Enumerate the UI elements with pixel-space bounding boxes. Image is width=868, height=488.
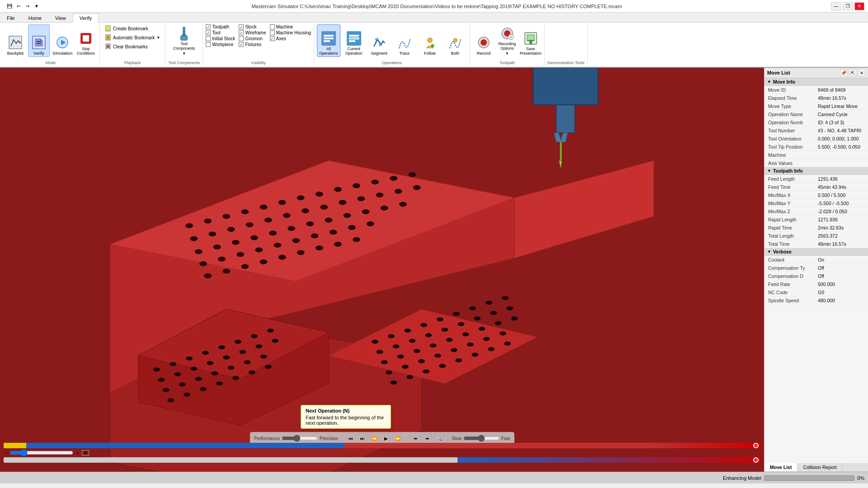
- machine-housing-checkbox[interactable]: [270, 30, 275, 35]
- fast-forward-button[interactable]: ⏩: [393, 433, 403, 443]
- minimize-button[interactable]: —: [831, 2, 841, 10]
- automatic-bookmark-button[interactable]: A Automatic Bookmark ▼: [103, 33, 162, 42]
- tab-verify[interactable]: Verify: [73, 14, 99, 23]
- toolpath-label: Toolpath: [500, 60, 515, 65]
- svg-point-1: [19, 42, 21, 43]
- secondary-progress-track[interactable]: [4, 457, 760, 463]
- tab-file[interactable]: File: [0, 14, 22, 22]
- speed-slider[interactable]: [463, 436, 500, 441]
- sub-progress-slider[interactable]: [10, 451, 73, 455]
- wireframe-checkbox[interactable]: [239, 30, 244, 35]
- canvas-area: Next Operation (N) Fast forward to the b…: [0, 68, 764, 472]
- save-qa-button[interactable]: 💾: [5, 2, 14, 10]
- recording-options-button[interactable]: RecordingOptions ▼: [496, 24, 518, 57]
- initial-stock-checkbox[interactable]: [206, 36, 211, 41]
- workpiece-check-row[interactable]: Workpiece: [206, 42, 235, 47]
- prev-operation-button[interactable]: ⏭: [358, 433, 368, 443]
- undo-qa-button[interactable]: ↩: [14, 2, 23, 10]
- verbose-title: Verbose: [773, 249, 792, 254]
- stop-conditions-button[interactable]: StopConditions: [75, 24, 97, 57]
- svg-point-67: [264, 218, 272, 222]
- tool-components-button[interactable]: ToolComponents ▼: [173, 24, 195, 57]
- performance-slider[interactable]: [282, 436, 318, 441]
- feed-time-value: 45min 43.94s: [818, 184, 846, 190]
- tab-home[interactable]: Home: [22, 14, 48, 22]
- toolpath-info-section-header[interactable]: ▼ Toolpath Info: [764, 167, 868, 175]
- toolpath-check-row[interactable]: Toolpath: [206, 24, 235, 29]
- panel-float-button[interactable]: ⇱: [849, 69, 856, 76]
- tool-check-label: Tool: [212, 30, 220, 35]
- verify-button[interactable]: Verify: [28, 24, 50, 57]
- tool-components-arrow[interactable]: ▼: [182, 52, 186, 56]
- tab-move-list[interactable]: Move List: [764, 463, 797, 471]
- zoom-button[interactable]: 🔍: [434, 433, 444, 443]
- clear-bookmarks-button[interactable]: Clear Bookmarks: [103, 42, 162, 51]
- fixtures-check-row[interactable]: Fixtures: [239, 42, 266, 47]
- plus-button[interactable]: +: [75, 450, 80, 455]
- step-back-button[interactable]: ⬅: [410, 433, 420, 443]
- workpiece-checkbox[interactable]: [206, 42, 211, 47]
- recording-options-arrow[interactable]: ▼: [505, 52, 509, 56]
- panel-pin-button[interactable]: 📌: [840, 69, 847, 76]
- rewind-to-start-button[interactable]: ⏮: [346, 433, 356, 443]
- all-operations-button[interactable]: AllOperations: [317, 24, 340, 57]
- fit-button[interactable]: ⊞: [82, 450, 89, 455]
- create-bookmark-button[interactable]: Create Bookmark: [103, 24, 162, 33]
- coolant-value: On: [818, 257, 824, 263]
- simulation-button[interactable]: Simulation: [52, 24, 73, 57]
- viewport[interactable]: Next Operation (N) Fast forward to the b…: [0, 68, 764, 472]
- machine-checkbox[interactable]: [270, 24, 275, 29]
- svg-rect-17: [183, 27, 185, 33]
- move-info-section-header[interactable]: ▼ Move Info: [764, 78, 868, 86]
- save-presentation-button[interactable]: SavePresentation: [520, 24, 542, 57]
- segment-button[interactable]: Segment: [368, 24, 391, 57]
- record-button[interactable]: Record: [473, 24, 495, 57]
- stock-check-row[interactable]: Stock: [239, 24, 266, 29]
- rewind-button[interactable]: ⏪: [369, 433, 379, 443]
- tooltip-text: Fast forward to the beginning of the nex…: [306, 415, 386, 426]
- tool-check-row[interactable]: Tool: [206, 30, 235, 35]
- panel-header-controls[interactable]: 📌 ⇱ ✕: [840, 69, 865, 76]
- svg-point-96: [348, 225, 355, 230]
- play-button[interactable]: ▶: [381, 433, 391, 443]
- main-progress-track[interactable]: [4, 443, 760, 448]
- secondary-progress-thumb[interactable]: [753, 457, 759, 463]
- initial-stock-label: Initial Stock: [212, 36, 235, 41]
- redo-qa-button[interactable]: ↪: [24, 2, 32, 10]
- quick-access-toolbar[interactable]: 💾 ↩ ↪ ▼: [4, 2, 42, 10]
- backplot-button[interactable]: Backplot: [5, 24, 26, 57]
- window-controls[interactable]: — ❐ ✕: [831, 2, 864, 10]
- minus-button[interactable]: −: [4, 450, 8, 455]
- svg-point-90: [236, 252, 244, 257]
- axes-checkbox[interactable]: [270, 36, 275, 41]
- tab-collision-report[interactable]: Collision Report: [797, 463, 842, 471]
- wireframe-check-row[interactable]: Wireframe: [239, 30, 266, 35]
- toolpath-checkbox[interactable]: [206, 24, 211, 29]
- fixtures-checkbox[interactable]: [239, 42, 244, 47]
- dropdown-arrow[interactable]: ▼: [156, 36, 160, 40]
- trace-button[interactable]: Trace: [393, 24, 416, 57]
- main-progress-thumb[interactable]: [753, 443, 759, 448]
- machine-check-row[interactable]: Machine: [270, 24, 311, 29]
- ribbon-group-playback: Create Bookmark A Automatic Bookmark ▼ C…: [100, 23, 165, 66]
- both-button[interactable]: Both: [443, 24, 467, 57]
- machine-housing-check-row[interactable]: Machine Housing: [270, 30, 311, 35]
- qa-dropdown-button[interactable]: ▼: [33, 2, 41, 10]
- axes-check-row[interactable]: Axes: [270, 36, 311, 41]
- verbose-section-header[interactable]: ▼ Verbose: [764, 248, 868, 256]
- tab-view[interactable]: View: [48, 14, 73, 22]
- panel-close-button[interactable]: ✕: [858, 69, 865, 76]
- step-forward-button[interactable]: ➡: [422, 433, 432, 443]
- maximize-button[interactable]: ❐: [843, 2, 853, 10]
- current-operation-button[interactable]: CurrentOperation: [342, 24, 366, 57]
- close-button[interactable]: ✕: [854, 2, 864, 10]
- stock-checkbox[interactable]: [239, 24, 244, 29]
- tool-checkbox[interactable]: [206, 30, 211, 35]
- operation-name-label: Operation Name: [768, 112, 818, 117]
- svg-point-51: [204, 219, 211, 223]
- right-panel: Move List 📌 ⇱ ✕ ▼ Move Info Move ID 8469…: [764, 68, 868, 472]
- gnomon-check-row[interactable]: Gnomon: [239, 36, 266, 41]
- follow-button[interactable]: Follow: [418, 24, 442, 57]
- gnomon-checkbox[interactable]: [239, 36, 244, 41]
- initial-stock-check-row[interactable]: Initial Stock: [206, 36, 235, 41]
